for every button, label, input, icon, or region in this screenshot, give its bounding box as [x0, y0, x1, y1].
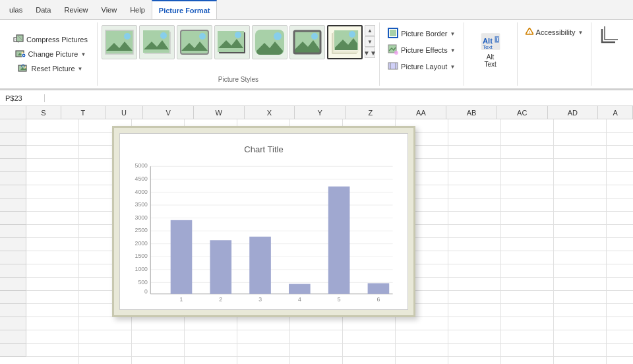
bar-5	[328, 187, 350, 294]
svg-text:Text: Text	[483, 44, 493, 50]
col-header-x: X	[245, 106, 295, 119]
svg-text:Alt: Alt	[483, 37, 493, 45]
chart-container[interactable]: Chart Title 5000 4500 4000 3500 3000 250…	[112, 126, 415, 317]
svg-text:2000: 2000	[135, 240, 148, 247]
picture-style-7[interactable]	[327, 25, 363, 59]
col-header-t: T	[61, 106, 106, 119]
compress-icon	[13, 34, 24, 45]
row-header-12	[0, 264, 26, 278]
col-header-z: Z	[346, 106, 396, 119]
svg-text:1: 1	[180, 296, 183, 303]
bar-3	[249, 237, 271, 294]
styles-row	[102, 25, 363, 59]
picture-style-3[interactable]	[177, 25, 212, 59]
compress-pictures-button[interactable]: Compress Pictures	[11, 33, 90, 46]
tab-view[interactable]: View	[95, 0, 124, 19]
chart-svg: Chart Title 5000 4500 4000 3500 3000 250…	[125, 139, 402, 304]
svg-rect-30	[390, 30, 396, 36]
row-header-5	[0, 172, 26, 185]
scroll-up-arrow[interactable]: ▲	[365, 25, 375, 36]
tab-bar: ulas Data Review View Help Picture Forma…	[0, 0, 633, 20]
crop-button[interactable]	[597, 25, 620, 46]
picture-style-1[interactable]	[102, 25, 137, 59]
row-header-10	[0, 238, 26, 251]
row-header-17	[0, 330, 26, 344]
row-header-9	[0, 225, 26, 238]
svg-text:4500: 4500	[135, 175, 148, 182]
reset-picture-label: Reset Picture	[31, 65, 75, 73]
picture-style-6[interactable]	[289, 25, 325, 59]
sheet-area: S T U V W X Y Z AA AB AC AD A	[0, 106, 633, 364]
row-header-3	[0, 146, 26, 159]
svg-point-33	[394, 51, 398, 55]
picture-layout-label: Picture Layout	[401, 63, 447, 71]
row-header-13	[0, 278, 26, 291]
picture-styles-label: Picture Styles	[98, 76, 379, 83]
row-header-11	[0, 251, 26, 264]
tab-ulas[interactable]: ulas	[3, 0, 29, 19]
scroll-more-arrow[interactable]: ▼▼	[365, 47, 375, 58]
accessibility-icon: !	[526, 28, 533, 37]
column-header-row: S T U V W X Y Z AA AB AC AD A	[0, 106, 633, 119]
row-header-4	[0, 159, 26, 172]
picture-layout-button[interactable]: Picture Layout ▼	[385, 59, 458, 74]
bar-2	[210, 240, 231, 294]
reset-icon	[18, 63, 28, 74]
effects-dropdown-arrow: ▼	[450, 47, 456, 53]
svg-point-20	[274, 32, 282, 40]
alt-text-icon: Alt Text T	[480, 31, 501, 52]
picture-styles-group: ▲ ▼ ▼▼ Picture Styles	[98, 22, 380, 86]
svg-point-28	[349, 31, 355, 38]
picture-style-2[interactable]	[139, 25, 175, 59]
svg-text:!: !	[529, 30, 530, 34]
row-header-18	[0, 344, 26, 357]
scroll-down-arrow[interactable]: ▼	[365, 36, 375, 47]
col-header-w: W	[194, 106, 245, 119]
alt-text-label-line1: Alt	[484, 53, 496, 61]
svg-text:5: 5	[338, 296, 341, 303]
picture-effects-label: Picture Effects	[401, 46, 448, 54]
alt-text-button[interactable]: Alt Text T Alt Text	[472, 28, 509, 71]
crop-group	[597, 25, 620, 46]
picture-border-icon	[388, 28, 398, 40]
tab-review[interactable]: Review	[57, 0, 94, 19]
accessibility-button[interactable]: ! Accessibility ▼	[523, 26, 586, 38]
styles-container	[102, 25, 363, 59]
tab-help[interactable]: Help	[123, 0, 152, 19]
col-header-y: Y	[295, 106, 346, 119]
layout-dropdown-arrow: ▼	[450, 64, 455, 70]
chart-inner: Chart Title 5000 4500 4000 3500 3000 250…	[119, 133, 408, 310]
col-header-s: S	[26, 106, 61, 119]
change-picture-button[interactable]: Change Picture ▼	[13, 47, 89, 61]
svg-point-22	[311, 33, 318, 40]
svg-text:0: 0	[144, 288, 148, 295]
row-header-16	[0, 317, 26, 330]
reset-picture-button[interactable]: Reset Picture ▼	[15, 62, 85, 75]
reset-picture-arrow: ▼	[78, 66, 83, 72]
chart-frame: Chart Title 5000 4500 4000 3500 3000 250…	[112, 126, 415, 317]
picture-layout-icon	[388, 61, 398, 73]
picture-style-5[interactable]	[252, 25, 287, 59]
last-group	[591, 22, 626, 86]
svg-point-8	[124, 33, 131, 40]
svg-text:1000: 1000	[135, 266, 148, 272]
row-header-15	[0, 304, 26, 317]
col-header-ae: A	[598, 106, 633, 119]
col-header-ac: AC	[497, 106, 548, 119]
bar-4	[289, 284, 311, 294]
picture-border-button[interactable]: Picture Border ▼	[385, 26, 458, 41]
accessibility-group: ! Accessibility ▼	[518, 22, 592, 86]
svg-text:500: 500	[138, 279, 148, 286]
tab-picture-format[interactable]: Picture Format	[152, 0, 218, 19]
row-header-1	[0, 119, 26, 133]
svg-text:4: 4	[298, 296, 301, 303]
styles-scroll: ▲ ▼ ▼▼	[365, 25, 375, 58]
picture-effects-button[interactable]: Picture Effects ▼	[385, 43, 458, 57]
change-picture-label: Change Picture	[28, 50, 78, 58]
picture-style-4[interactable]	[214, 25, 250, 59]
svg-text:4000: 4000	[135, 189, 148, 195]
tab-data[interactable]: Data	[29, 0, 57, 19]
svg-text:6: 6	[377, 296, 380, 303]
svg-point-18	[235, 32, 241, 38]
col-header-ad: AD	[548, 106, 599, 119]
